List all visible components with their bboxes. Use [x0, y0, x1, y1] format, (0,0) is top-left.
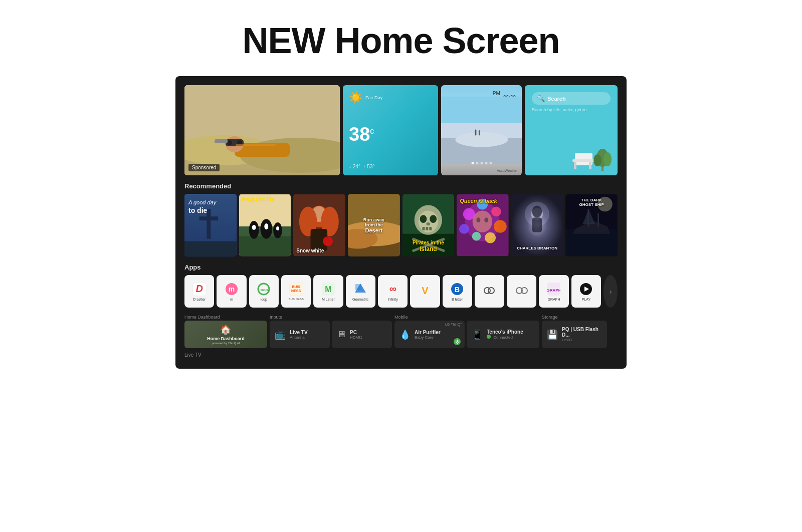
- home-dash-powered: powered by ThinQ AI: [207, 342, 245, 345]
- dash-card-sub-purifier: Baby Care: [415, 335, 441, 340]
- home-dash-content: 🏠 Home Dashboard powered by ThinQ AI: [207, 324, 245, 345]
- hero-search-card[interactable]: 🔍 Search Search by title, actor, genre.: [525, 85, 618, 175]
- apps-label: Apps: [184, 263, 618, 271]
- rec-art-penguins: [239, 194, 291, 256]
- svg-point-60: [426, 222, 430, 225]
- app-label-m-letter: M Letter: [322, 298, 335, 301]
- svg-point-35: [252, 225, 256, 230]
- app-m-letter[interactable]: M M Letter: [313, 275, 343, 308]
- dash-card-usb[interactable]: 💾 PQ | USB Flash D... USB1: [542, 321, 607, 348]
- purifier-icon: 💧: [399, 329, 411, 340]
- dash-card-text-live-tv: Live TV Antenna: [290, 330, 308, 340]
- app-icon-rings: [515, 284, 529, 298]
- hero-landscape-card[interactable]: PM 06:30 AccuWeather: [441, 85, 522, 175]
- search-bar[interactable]: 🔍 Search: [532, 92, 611, 105]
- dash-card-text-purifier: LG ThinQ° Air Purifier Baby Care: [415, 330, 441, 340]
- weather-temp: 38c: [349, 124, 374, 145]
- svg-text:GRAPH: GRAPH: [547, 288, 560, 293]
- app-geometric[interactable]: Geometric: [346, 275, 375, 308]
- live-tv-bottom-label: Live TV: [184, 352, 618, 360]
- rec-title-good-day: A good day to die: [188, 199, 216, 215]
- rec-item-run-away[interactable]: Run away from the Desert: [348, 194, 400, 256]
- app-v[interactable]: V: [410, 275, 440, 308]
- rec-item-snow-white[interactable]: Snow white: [293, 194, 345, 256]
- dash-card-iphone[interactable]: 📱 Teneo's iPhone Connected: [467, 321, 539, 348]
- svg-text:∞: ∞: [389, 283, 396, 294]
- svg-point-104: [488, 288, 494, 294]
- svg-rect-98: [355, 284, 361, 290]
- app-icon-b-letter: B: [450, 282, 464, 296]
- dash-card-title-live-tv: Live TV: [290, 330, 308, 335]
- app-link[interactable]: [475, 275, 504, 308]
- dash-card-sub-usb: USB1: [562, 338, 602, 342]
- svg-rect-19: [574, 162, 576, 169]
- apps-scroll-right[interactable]: ›: [604, 275, 618, 308]
- dash-section-storage: Storage 💾 PQ | USB Flash D... USB1: [542, 315, 607, 348]
- app-m[interactable]: m m: [217, 275, 246, 308]
- rec-item-good-day[interactable]: A good day to die: [184, 194, 237, 256]
- dash-card-pc[interactable]: 🖥 PC HDMI1: [332, 321, 392, 348]
- app-biz[interactable]: BUSINESS BUSINESS: [281, 275, 311, 308]
- app-rings[interactable]: [507, 275, 536, 308]
- dashboard-row: Home Dashboard 🏠 Home Dashboard powered …: [184, 315, 618, 348]
- svg-rect-16: [479, 130, 480, 135]
- svg-text:V: V: [422, 285, 429, 296]
- hero-image: [184, 85, 340, 175]
- search-decor-svg: [525, 135, 618, 175]
- app-loop[interactable]: loop loop: [249, 275, 279, 308]
- svg-point-74: [485, 232, 496, 243]
- svg-rect-18: [572, 159, 595, 162]
- app-icon-geometric: [353, 282, 367, 296]
- svg-text:B: B: [455, 286, 460, 294]
- svg-point-14: [455, 132, 508, 147]
- app-b-letter[interactable]: B B letter: [443, 275, 472, 308]
- app-play[interactable]: PLAY: [571, 275, 601, 308]
- svg-rect-10: [236, 144, 276, 146]
- app-label-m: m: [230, 298, 233, 301]
- rec-item-queen-back[interactable]: Queen is back: [457, 194, 509, 256]
- tv-screen: Sponsored ☀️ Fair Day 38c ↓ 24° ↑ 53° PM…: [175, 76, 627, 369]
- accu-weather-label: AccuWeather: [497, 169, 518, 172]
- live-tv-icon: 📺: [275, 329, 286, 340]
- svg-point-71: [494, 220, 507, 233]
- rec-item-dark-ghost[interactable]: THE DARK GHOST SHIP: [565, 194, 618, 256]
- svg-rect-29: [184, 241, 237, 256]
- dash-label-storage: Storage: [542, 315, 607, 320]
- rec-art-snow-white: [293, 194, 345, 256]
- rec-item-penguins[interactable]: Penguin's life: [239, 194, 291, 256]
- dash-card-purifier[interactable]: 💧 LG ThinQ° Air Purifier Baby Care ⏻: [394, 321, 465, 348]
- home-dash-icon: 🏠: [207, 324, 245, 335]
- svg-rect-28: [199, 216, 219, 220]
- app-icon-graph: GRAPH: [547, 282, 561, 296]
- app-label-play: PLAY: [582, 298, 590, 301]
- weather-range: ↓ 24° ↑ 53°: [349, 164, 432, 169]
- dash-card-sub-pc: HDMI1: [350, 335, 362, 340]
- app-d-letter[interactable]: D D Letter: [184, 275, 214, 308]
- weather-condition: Fair Day: [365, 95, 382, 100]
- svg-point-73: [472, 232, 481, 241]
- app-infinity[interactable]: ∞ Infinity: [378, 275, 408, 308]
- dash-card-home[interactable]: 🏠 Home Dashboard powered by ThinQ AI: [184, 321, 267, 348]
- home-dash-title: Home Dashboard: [207, 336, 245, 342]
- svg-point-41: [276, 226, 279, 230]
- rec-item-pirates[interactable]: Pirates in the Island: [403, 194, 455, 256]
- rec-item-charles[interactable]: CHARLES BRANTON: [511, 194, 563, 256]
- rec-title-charles: CHARLES BRANTON: [517, 246, 557, 250]
- rec-title-penguins: Penguin's life: [242, 197, 275, 202]
- rec-title-queen-back: Queen is back: [460, 198, 497, 204]
- app-label-biz: BUSINESS: [288, 298, 303, 301]
- app-label-geometric: Geometric: [352, 298, 368, 301]
- dash-card-live-tv[interactable]: 📺 Live TV Antenna: [270, 321, 330, 348]
- app-graph[interactable]: GRAPH GRAPH: [539, 275, 568, 308]
- app-label-b-letter: B letter: [452, 298, 463, 301]
- dash-label-home: Home Dashboard: [184, 315, 267, 320]
- dash-card-title-usb: PQ | USB Flash D...: [562, 327, 602, 338]
- dash-card-title-purifier: Air Purifier: [415, 330, 441, 335]
- pc-icon: 🖥: [337, 329, 346, 340]
- app-icon-d-letter: D: [192, 282, 207, 296]
- apps-row: D D Letter m m loop loop BUSINESS BUSINE…: [184, 275, 618, 308]
- dash-card-text-pc: PC HDMI1: [350, 330, 362, 340]
- dash-card-title-pc: PC: [350, 330, 362, 335]
- hero-sponsored-card[interactable]: Sponsored: [184, 85, 340, 175]
- hero-weather-card[interactable]: ☀️ Fair Day 38c ↓ 24° ↑ 53°: [343, 85, 438, 175]
